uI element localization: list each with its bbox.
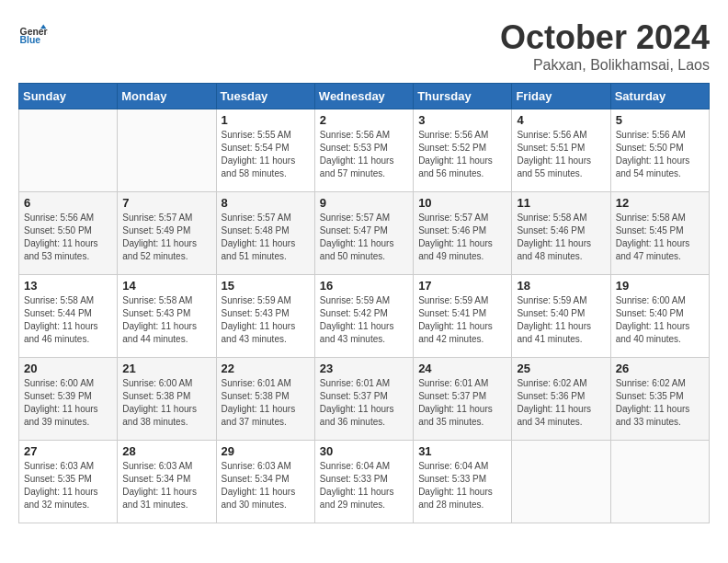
day-info: Sunrise: 5:55 AM Sunset: 5:54 PM Dayligh… (222, 129, 310, 180)
day-info: Sunrise: 5:56 AM Sunset: 5:50 PM Dayligh… (24, 212, 112, 263)
table-row (118, 109, 216, 192)
day-number: 15 (222, 279, 310, 293)
day-info: Sunrise: 5:59 AM Sunset: 5:41 PM Dayligh… (418, 294, 506, 346)
day-number: 3 (418, 113, 506, 127)
day-number: 7 (122, 196, 210, 210)
day-number: 17 (418, 279, 506, 293)
table-row (19, 109, 118, 192)
day-info: Sunrise: 5:59 AM Sunset: 5:42 PM Dayligh… (320, 294, 408, 346)
table-row: 14Sunrise: 5:58 AM Sunset: 5:43 PM Dayli… (118, 275, 216, 358)
table-row (610, 441, 709, 523)
day-info: Sunrise: 6:03 AM Sunset: 5:34 PM Dayligh… (122, 460, 210, 511)
table-row: 15Sunrise: 5:59 AM Sunset: 5:43 PM Dayli… (216, 275, 314, 358)
day-number: 4 (517, 113, 605, 127)
day-info: Sunrise: 5:58 AM Sunset: 5:46 PM Dayligh… (517, 212, 605, 263)
table-row: 30Sunrise: 6:04 AM Sunset: 5:33 PM Dayli… (314, 441, 413, 523)
day-number: 19 (616, 279, 704, 293)
svg-text:Blue: Blue (20, 35, 41, 45)
col-monday: Monday (118, 84, 216, 109)
day-info: Sunrise: 6:00 AM Sunset: 5:39 PM Dayligh… (24, 377, 112, 429)
day-info: Sunrise: 6:03 AM Sunset: 5:35 PM Dayligh… (24, 460, 112, 511)
table-row: 17Sunrise: 5:59 AM Sunset: 5:41 PM Dayli… (414, 275, 512, 358)
logo-icon: General Blue (18, 18, 48, 48)
table-row: 19Sunrise: 6:00 AM Sunset: 5:40 PM Dayli… (610, 275, 709, 358)
day-info: Sunrise: 5:59 AM Sunset: 5:43 PM Dayligh… (222, 294, 310, 346)
col-tuesday: Tuesday (216, 84, 314, 109)
day-info: Sunrise: 5:56 AM Sunset: 5:51 PM Dayligh… (517, 129, 605, 180)
day-info: Sunrise: 5:57 AM Sunset: 5:49 PM Dayligh… (122, 212, 210, 263)
day-info: Sunrise: 6:02 AM Sunset: 5:35 PM Dayligh… (616, 377, 704, 429)
table-row: 7Sunrise: 5:57 AM Sunset: 5:49 PM Daylig… (118, 192, 216, 275)
table-row: 28Sunrise: 6:03 AM Sunset: 5:34 PM Dayli… (118, 441, 216, 523)
day-info: Sunrise: 6:01 AM Sunset: 5:37 PM Dayligh… (418, 377, 506, 429)
day-number: 13 (24, 279, 112, 293)
calendar-week-4: 20Sunrise: 6:00 AM Sunset: 5:39 PM Dayli… (19, 358, 710, 441)
day-number: 2 (320, 113, 408, 127)
day-info: Sunrise: 5:57 AM Sunset: 5:46 PM Dayligh… (418, 212, 506, 263)
day-number: 26 (616, 362, 704, 375)
day-number: 16 (320, 279, 408, 293)
day-info: Sunrise: 6:00 AM Sunset: 5:40 PM Dayligh… (616, 294, 704, 346)
table-row: 1Sunrise: 5:55 AM Sunset: 5:54 PM Daylig… (216, 109, 314, 192)
day-number: 11 (517, 196, 605, 210)
day-info: Sunrise: 5:56 AM Sunset: 5:53 PM Dayligh… (320, 129, 408, 180)
col-friday: Friday (512, 84, 610, 109)
logo: General Blue (18, 18, 48, 48)
table-row: 18Sunrise: 5:59 AM Sunset: 5:40 PM Dayli… (512, 275, 610, 358)
table-row: 13Sunrise: 5:58 AM Sunset: 5:44 PM Dayli… (19, 275, 118, 358)
day-info: Sunrise: 5:57 AM Sunset: 5:47 PM Dayligh… (320, 212, 408, 263)
calendar-location: Pakxan, Bolikhamsai, Laos (500, 57, 710, 74)
day-number: 25 (517, 362, 605, 375)
day-info: Sunrise: 6:01 AM Sunset: 5:37 PM Dayligh… (320, 377, 408, 429)
day-number: 9 (320, 196, 408, 210)
table-row: 27Sunrise: 6:03 AM Sunset: 5:35 PM Dayli… (19, 441, 118, 523)
col-sunday: Sunday (19, 84, 118, 109)
page-header: General Blue October 2024 Pakxan, Bolikh… (18, 18, 710, 74)
table-row (512, 441, 610, 523)
day-number: 29 (222, 444, 310, 458)
day-info: Sunrise: 5:59 AM Sunset: 5:40 PM Dayligh… (517, 294, 605, 346)
table-row: 10Sunrise: 5:57 AM Sunset: 5:46 PM Dayli… (414, 192, 512, 275)
calendar-week-3: 13Sunrise: 5:58 AM Sunset: 5:44 PM Dayli… (19, 275, 710, 358)
table-row: 4Sunrise: 5:56 AM Sunset: 5:51 PM Daylig… (512, 109, 610, 192)
day-number: 30 (320, 444, 408, 458)
table-row: 26Sunrise: 6:02 AM Sunset: 5:35 PM Dayli… (610, 358, 709, 441)
day-number: 28 (122, 444, 210, 458)
day-info: Sunrise: 5:58 AM Sunset: 5:43 PM Dayligh… (122, 294, 210, 346)
day-number: 1 (222, 113, 310, 127)
col-saturday: Saturday (610, 84, 709, 109)
table-row: 24Sunrise: 6:01 AM Sunset: 5:37 PM Dayli… (414, 358, 512, 441)
day-info: Sunrise: 6:01 AM Sunset: 5:38 PM Dayligh… (222, 377, 310, 429)
day-number: 23 (320, 362, 408, 375)
day-number: 22 (222, 362, 310, 375)
table-row: 20Sunrise: 6:00 AM Sunset: 5:39 PM Dayli… (19, 358, 118, 441)
table-row: 2Sunrise: 5:56 AM Sunset: 5:53 PM Daylig… (314, 109, 413, 192)
table-row: 25Sunrise: 6:02 AM Sunset: 5:36 PM Dayli… (512, 358, 610, 441)
day-number: 31 (418, 444, 506, 458)
day-number: 27 (24, 444, 112, 458)
col-wednesday: Wednesday (314, 84, 413, 109)
day-info: Sunrise: 5:56 AM Sunset: 5:50 PM Dayligh… (616, 129, 704, 180)
table-row: 12Sunrise: 5:58 AM Sunset: 5:45 PM Dayli… (610, 192, 709, 275)
day-number: 18 (517, 279, 605, 293)
day-number: 5 (616, 113, 704, 127)
title-block: October 2024 Pakxan, Bolikhamsai, Laos (500, 18, 710, 74)
table-row: 11Sunrise: 5:58 AM Sunset: 5:46 PM Dayli… (512, 192, 610, 275)
table-row: 6Sunrise: 5:56 AM Sunset: 5:50 PM Daylig… (19, 192, 118, 275)
table-row: 16Sunrise: 5:59 AM Sunset: 5:42 PM Dayli… (314, 275, 413, 358)
day-number: 21 (122, 362, 210, 375)
day-info: Sunrise: 5:58 AM Sunset: 5:44 PM Dayligh… (24, 294, 112, 346)
table-row: 8Sunrise: 5:57 AM Sunset: 5:48 PM Daylig… (216, 192, 314, 275)
table-row: 9Sunrise: 5:57 AM Sunset: 5:47 PM Daylig… (314, 192, 413, 275)
day-number: 6 (24, 196, 112, 210)
table-row: 5Sunrise: 5:56 AM Sunset: 5:50 PM Daylig… (610, 109, 709, 192)
table-row: 31Sunrise: 6:04 AM Sunset: 5:33 PM Dayli… (414, 441, 512, 523)
day-info: Sunrise: 6:04 AM Sunset: 5:33 PM Dayligh… (418, 460, 506, 511)
day-number: 12 (616, 196, 704, 210)
day-number: 24 (418, 362, 506, 375)
table-row: 21Sunrise: 6:00 AM Sunset: 5:38 PM Dayli… (118, 358, 216, 441)
day-info: Sunrise: 5:58 AM Sunset: 5:45 PM Dayligh… (616, 212, 704, 263)
col-thursday: Thursday (414, 84, 512, 109)
calendar-week-1: 1Sunrise: 5:55 AM Sunset: 5:54 PM Daylig… (19, 109, 710, 192)
day-number: 10 (418, 196, 506, 210)
